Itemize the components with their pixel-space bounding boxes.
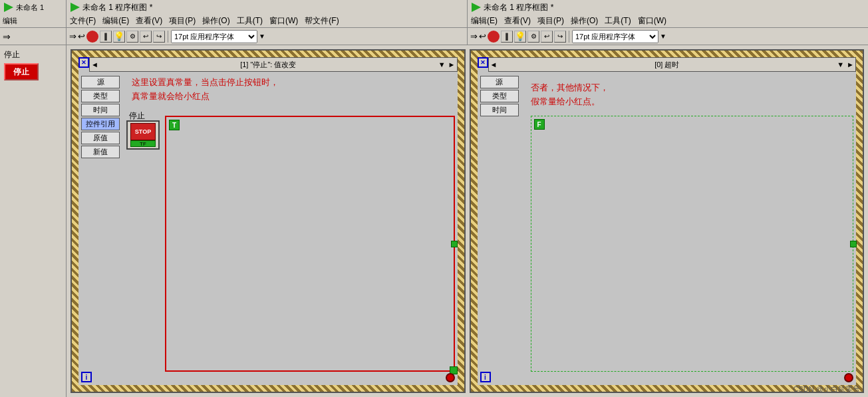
menu-operate-right[interactable]: 操作(O)	[567, 15, 601, 27]
menu-tools-left[interactable]: 工具(T)	[233, 15, 266, 27]
red-case-rect: T	[165, 116, 455, 372]
step-btn-right[interactable]: ↩	[541, 31, 553, 43]
step-btn-left[interactable]: ↩	[140, 31, 152, 43]
case-right-arrow2[interactable]: ►	[447, 61, 457, 68]
right-window-title-text: 未命名 1 程序框图 *	[484, 2, 553, 13]
left-panel: ✕ ◄ [1] "停止": 值改变 ▼ ► 源 类型 时间 控件引用 原值 新值…	[71, 49, 466, 393]
sidebar-arrow[interactable]: ⇒	[3, 31, 11, 42]
right-comment-line1: 否者，其他情况下，	[531, 82, 609, 92]
prop-list: 源 类型 时间 控件引用 原值 新值	[81, 76, 120, 158]
left-sidebar: 停止 停止	[0, 45, 67, 397]
left-small-title-text: 未命名 1	[16, 3, 44, 13]
breakpoint-btn-left[interactable]: ⚙	[126, 31, 138, 43]
prop-new: 新值	[81, 146, 120, 158]
prop-type: 类型	[81, 90, 120, 102]
right-prop-list: 源 类型 时间	[480, 76, 519, 116]
menu-view-left[interactable]: 查看(V)	[132, 15, 166, 27]
play-icon-small	[4, 3, 13, 12]
play-icon-right	[472, 3, 481, 12]
right-prop-time: 时间	[480, 104, 519, 116]
left-window-title-text: 未命名 1 程序框图 *	[82, 2, 152, 13]
run-btn-left[interactable]	[86, 31, 98, 43]
left-canvas[interactable]: ✕ ◄ [1] "停止": 值改变 ▼ ► 源 类型 时间 控件引用 原值 新值…	[78, 57, 458, 385]
right-case-label: [0] 超时	[498, 60, 835, 70]
right-prop-source: 源	[480, 76, 519, 88]
red-circle-left	[446, 373, 455, 382]
green-dot-right	[451, 241, 458, 247]
menu-operate-left[interactable]: 操作(O)	[199, 15, 233, 27]
sidebar-menu: 编辑	[0, 15, 67, 27]
prop-orig: 原值	[81, 132, 120, 144]
left-comment: 这里设置真常量，当点击停止按钮时， 真常量就会给小红点	[132, 76, 279, 104]
font-selector-right[interactable]: 17pt 应用程序字体	[572, 30, 658, 43]
prop-time: 时间	[81, 104, 120, 116]
menu-project-left[interactable]: 项目(P)	[166, 15, 199, 27]
menu-edit-right[interactable]: 编辑(E)	[468, 15, 501, 27]
red-circle-right	[844, 373, 853, 382]
case-tl-icon[interactable]: ✕	[78, 57, 89, 68]
run-btn-right[interactable]	[488, 31, 500, 43]
case-right-arrow[interactable]: ▼	[437, 61, 447, 68]
sep-right	[569, 31, 569, 43]
comment-line2: 真常量就会给小红点	[132, 91, 210, 101]
right-menu-bar[interactable]: 编辑(E) 查看(V) 项目(P) 操作(O) 工具(T) 窗口(W)	[468, 15, 868, 27]
right-canvas[interactable]: ✕ ◄ [0] 超时 ▼ ► 源 类型 时间 否者，其他情况下， 假常量给小红点…	[478, 57, 857, 385]
case-right-down-arrow[interactable]: ▼	[835, 61, 845, 68]
breakpoint-btn-right[interactable]: ⚙	[527, 31, 539, 43]
stop-tf: TF	[130, 140, 156, 147]
green-case-rect: F	[531, 116, 854, 372]
lamp-btn-left[interactable]: 💡	[113, 31, 125, 43]
lamp-btn-right[interactable]: 💡	[514, 31, 526, 43]
right-panel: ✕ ◄ [0] 超时 ▼ ► 源 类型 时间 否者，其他情况下， 假常量给小红点…	[470, 49, 865, 393]
menu-edit-left[interactable]: 编辑(E)	[99, 15, 132, 27]
right-comment-line2: 假常量给小红点。	[531, 96, 600, 106]
right-comment: 否者，其他情况下， 假常量给小红点。	[531, 81, 609, 109]
menu-project-right[interactable]: 项目(P)	[534, 15, 567, 27]
case-right-left-arrow[interactable]: ◄	[489, 61, 499, 68]
toolbar-undo-right[interactable]: ↩	[479, 31, 486, 41]
main-area: 停止 停止 ✕ ◄ [1] "停止": 值改变 ▼ ► 源 类型 时间 控件引用	[0, 45, 868, 397]
menu-view-right[interactable]: 查看(V)	[501, 15, 534, 27]
menu-tools-right[interactable]: 工具(T)	[601, 15, 634, 27]
left-case-label: [1] "停止": 值改变	[100, 60, 437, 70]
left-menu-bar[interactable]: 文件(F) 编辑(E) 查看(V) 项目(P) 操作(O) 工具(T) 窗口(W…	[67, 15, 468, 27]
pause-btn-right[interactable]: ‖	[501, 31, 513, 43]
font-dropdown-left[interactable]: ▼	[259, 33, 265, 40]
right-case-bar[interactable]: ◄ [0] 超时 ▼ ►	[488, 57, 857, 72]
sidebar-stop-label: 停止	[4, 49, 62, 61]
toolbar-back-right[interactable]: ⇒	[470, 31, 478, 41]
font-dropdown-right[interactable]: ▼	[660, 33, 666, 40]
step2-btn-right[interactable]: ↪	[554, 31, 566, 43]
prop-source: 源	[81, 76, 120, 88]
menu-window-left[interactable]: 窗口(W)	[266, 15, 301, 27]
left-small-title: 未命名 1	[0, 0, 67, 15]
info-indicator-left: i	[81, 372, 92, 382]
sidebar-edit-label: 编辑	[3, 16, 17, 26]
sep-left	[168, 31, 168, 43]
toolbar-undo-left[interactable]: ↩	[78, 31, 85, 41]
step2-btn-left[interactable]: ↪	[153, 31, 165, 43]
menu-file-left[interactable]: 文件(F)	[67, 15, 99, 27]
prop-ctrl-ref: 控件引用	[81, 118, 120, 130]
left-window-title-bar: 未命名 1 程序框图 *	[67, 0, 468, 15]
stop-diagram-btn: STOP TF	[126, 120, 160, 150]
case-right-right-arrow[interactable]: ►	[845, 61, 855, 68]
toolbar-back-left[interactable]: ⇒	[69, 31, 76, 41]
right-window-title-bar: 未命名 1 程序框图 *	[468, 0, 868, 15]
font-selector-left[interactable]: 17pt 应用程序字体	[171, 30, 257, 43]
menu-help-left[interactable]: 帮文件(F)	[301, 15, 342, 27]
case-left-arrow[interactable]: ◄	[90, 61, 100, 68]
info-indicator-right: i	[480, 372, 491, 382]
t-box: T	[169, 120, 180, 130]
left-case-bar[interactable]: ◄ [1] "停止": 值改变 ▼ ►	[89, 57, 458, 72]
pause-btn-left[interactable]: ‖	[100, 31, 112, 43]
play-icon-left	[71, 3, 80, 12]
f-box: F	[534, 119, 545, 130]
sidebar-stop-button[interactable]: 停止	[4, 63, 39, 80]
sidebar-toolbar: ⇒	[0, 28, 67, 45]
case-tl-icon-right[interactable]: ✕	[478, 57, 488, 68]
right-prop-type: 类型	[480, 90, 519, 102]
stop-inner: STOP	[130, 123, 156, 140]
menu-window-right[interactable]: 窗口(W)	[635, 15, 670, 27]
right-toolbar: ⇒ ↩ ‖ 💡 ⚙ ↩ ↪ 17pt 应用程序字体 ▼	[468, 28, 868, 45]
